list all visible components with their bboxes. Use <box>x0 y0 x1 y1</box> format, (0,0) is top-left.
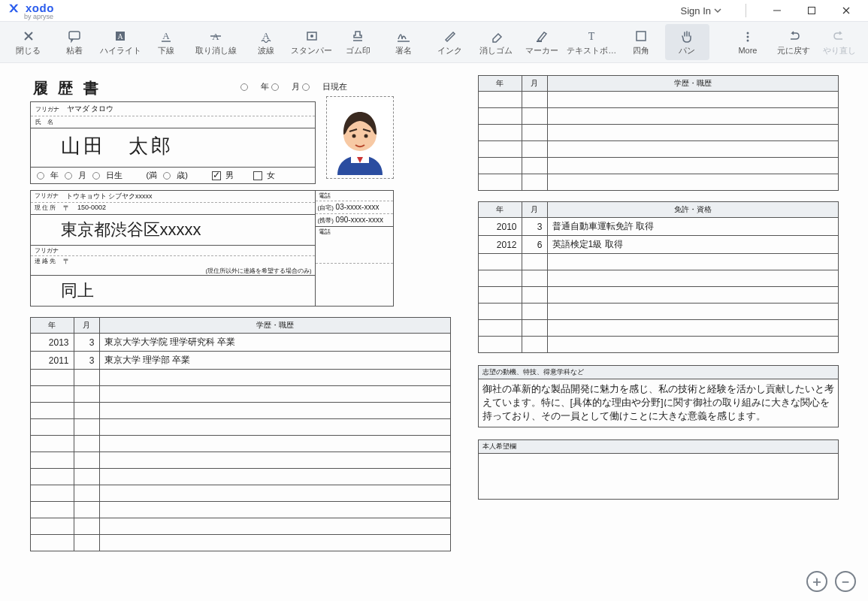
table-row <box>478 337 838 353</box>
col-month: 月 <box>74 318 99 334</box>
more-label: More <box>738 46 757 55</box>
pan-tool[interactable]: パン <box>665 24 709 60</box>
table-row <box>478 141 838 158</box>
svg-text:A: A <box>163 30 171 41</box>
address-value: 東京都渋谷区xxxxx <box>31 214 315 245</box>
table-row <box>30 370 450 386</box>
rubber-tool[interactable]: ゴム印 <box>335 24 380 60</box>
strike-label: 取り消し線 <box>195 45 237 56</box>
rect-icon <box>634 29 649 44</box>
table-row <box>478 287 838 304</box>
document-area[interactable]: 履 歴 書 年 月 日現在 フリガナ ヤマダ タロウ 氏 名 山田 太郎 年 月… <box>0 63 868 601</box>
motive-box: 志望の動機、特技、得意学科など 御社の革新的な製品開発に魅力を感じ、私の技術と経… <box>478 365 839 427</box>
squiggly-tool[interactable]: A波線 <box>243 24 288 60</box>
brand-icon <box>8 2 21 15</box>
resume-page-left: 履 歴 書 年 月 日現在 フリガナ ヤマダ タロウ 氏 名 山田 太郎 年 月… <box>30 75 451 589</box>
undo-icon <box>786 29 801 44</box>
svg-text:A: A <box>262 30 270 41</box>
table-row <box>30 469 450 485</box>
minimize-button[interactable] <box>760 0 794 21</box>
strike-tool[interactable]: A取り消し線 <box>190 24 242 60</box>
underline-tool[interactable]: A下線 <box>144 24 189 60</box>
photo-illustration <box>330 100 390 175</box>
maximize-button[interactable] <box>794 0 829 21</box>
highlight-icon: A <box>113 29 128 44</box>
history-table-right: 年 月 学歴・職歴 <box>478 75 839 191</box>
rect-tool[interactable]: 四角 <box>619 24 664 60</box>
undo-tool[interactable]: 元に戻す <box>772 24 816 60</box>
sticky-icon <box>67 29 82 44</box>
table-row <box>30 518 450 535</box>
female-checkbox[interactable] <box>253 171 262 180</box>
svg-point-17 <box>746 32 749 35</box>
table-row <box>30 436 450 452</box>
table-row <box>30 485 450 502</box>
redo-tool[interactable]: やり直し <box>818 24 862 60</box>
addr-furigana: トウキョウト シブヤクxxxxx <box>66 192 153 201</box>
marker-tool[interactable]: マーカー <box>519 24 564 60</box>
svg-text:A: A <box>118 32 124 41</box>
underline-label: 下線 <box>158 45 174 56</box>
table-row <box>30 535 450 551</box>
rubber-icon <box>350 29 365 44</box>
stamp-icon <box>304 29 319 44</box>
svg-point-19 <box>746 40 749 42</box>
more-icon <box>740 29 755 44</box>
svg-rect-16 <box>637 32 646 41</box>
motive-body: 御社の革新的な製品開発に魅力を感じ、私の技術と経験を活かし貢献したいと考えていま… <box>479 379 838 427</box>
close-tool[interactable]: 閉じる <box>6 24 50 60</box>
stamp-label: スタンパー <box>291 45 332 56</box>
sign-in-button[interactable]: Sign In <box>670 2 732 20</box>
svg-point-23 <box>364 134 367 138</box>
brand-subtitle: by apryse <box>24 13 54 20</box>
close-label: 閉じる <box>16 45 41 56</box>
sticky-tool[interactable]: 粘着 <box>52 24 96 60</box>
textbox-tool[interactable]: Tテキストボ… <box>566 24 618 60</box>
undo-label: 元に戻す <box>777 45 810 56</box>
sticky-label: 粘着 <box>66 45 83 56</box>
close-window-button[interactable] <box>829 0 863 21</box>
male-checkbox[interactable] <box>212 171 221 180</box>
rubber-label: ゴム印 <box>346 45 370 56</box>
stamp-tool[interactable]: スタンパー <box>289 24 334 60</box>
zoom-out-button[interactable]: － <box>835 571 856 592</box>
table-row: 20133東京大学大学院 理学研究科 卒業 <box>30 334 450 352</box>
ink-tool[interactable]: インク <box>428 24 472 60</box>
postcode: 150-0002 <box>77 204 106 213</box>
education-table: 年 月 学歴・職歴 20133東京大学大学院 理学研究科 卒業20113東京大学… <box>30 317 451 551</box>
squiggly-label: 波線 <box>258 45 274 56</box>
sign-icon <box>396 29 411 44</box>
svg-point-18 <box>746 36 749 38</box>
zoom-in-button[interactable]: ＋ <box>806 571 827 592</box>
table-row <box>478 254 838 270</box>
table-row <box>478 304 838 320</box>
sign-in-label: Sign In <box>681 5 711 17</box>
name-block: フリガナ ヤマダ タロウ 氏 名 山田 太郎 年 月 日生 (満歳) 男 女 <box>30 101 316 184</box>
svg-rect-1 <box>809 8 815 14</box>
textbox-icon: T <box>584 29 599 44</box>
photo-frame <box>326 96 394 179</box>
chevron-down-icon <box>714 5 721 17</box>
ink-label: インク <box>437 45 462 56</box>
toolbar: 閉じる 粘着 Aハイライト A下線 A取り消し線 A波線 スタンパー ゴム印 署… <box>0 21 868 63</box>
address-block: フリガナトウキョウト シブヤクxxxxx 現 住 所〒 150-0002 東京都… <box>30 190 451 307</box>
more-tool[interactable]: More <box>725 24 770 60</box>
name-label: 氏 名 <box>35 118 53 126</box>
wish-header: 本人希望欄 <box>479 440 838 454</box>
table-row <box>478 320 838 337</box>
date-row: 年 月 日現在 <box>240 81 347 92</box>
table-row: 20113東京大学 理学部 卒業 <box>30 352 450 370</box>
highlight-tool[interactable]: Aハイライト <box>98 24 143 60</box>
table-row <box>478 108 838 125</box>
eraser-tool[interactable]: 消しゴム <box>473 24 518 60</box>
motive-header: 志望の動機、特技、得意学科など <box>479 366 838 379</box>
title-divider <box>746 4 746 17</box>
sign-tool[interactable]: 署名 <box>382 24 426 60</box>
tel2-label: 電話 <box>316 226 393 264</box>
redo-icon <box>832 29 847 44</box>
pan-label: パン <box>679 45 695 56</box>
rect-label: 四角 <box>633 45 649 56</box>
underline-icon: A <box>159 29 174 44</box>
tel-home: 03-xxxx-xxxx <box>336 203 380 211</box>
table-row <box>478 270 838 287</box>
